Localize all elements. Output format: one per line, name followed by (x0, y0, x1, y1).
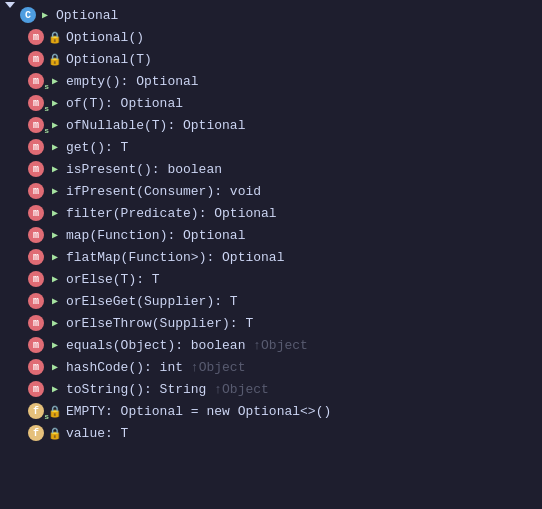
public-icon: ▶ (48, 184, 62, 198)
tree-item-orElse[interactable]: m▶orElse(T): T (0, 268, 542, 290)
icon-wrapper: m (28, 227, 46, 243)
item-label: orElse(T): T (66, 272, 160, 287)
icon-wrapper: ms (28, 95, 46, 111)
method-icon: m (28, 29, 44, 45)
tree-item-get[interactable]: m▶get(): T (0, 136, 542, 158)
icon-wrapper: ms (28, 117, 46, 133)
lock-icon: 🔒 (48, 426, 62, 440)
icon-wrapper: m (28, 183, 46, 199)
item-label: orElseGet(Supplier): T (66, 294, 238, 309)
method-icon: m (28, 161, 44, 177)
item-label: of(T): Optional (66, 96, 183, 111)
tree-item-EMPTY[interactable]: fs🔒EMPTY: Optional = new Optional<>() (0, 400, 542, 422)
method-icon: m (28, 359, 44, 375)
lock-icon: 🔒 (48, 52, 62, 66)
public-icon: ▶ (48, 272, 62, 286)
public-icon: ▶ (48, 360, 62, 374)
public-icon: ▶ (48, 338, 62, 352)
item-label: Optional (56, 8, 118, 23)
method-icon: m (28, 227, 44, 243)
public-icon: ▶ (48, 162, 62, 176)
item-label: filter(Predicate): Optional (66, 206, 277, 221)
method-icon: m (28, 117, 44, 133)
item-label: orElseThrow(Supplier): T (66, 316, 253, 331)
item-label: hashCode(): int ↑Object (66, 360, 245, 375)
icon-wrapper: m (28, 315, 46, 331)
icon-wrapper: m (28, 359, 46, 375)
item-label: flatMap(Function>): Optional (66, 250, 284, 265)
class-icon: C (20, 7, 36, 23)
public-icon: ▶ (48, 250, 62, 264)
icon-wrapper: m (28, 337, 46, 353)
tree-item-ctor1[interactable]: m🔒Optional() (0, 26, 542, 48)
tree-item-of[interactable]: ms▶of(T): Optional (0, 92, 542, 114)
static-badge: s (44, 127, 49, 135)
public-icon: ▶ (48, 74, 62, 88)
tree-item-equals[interactable]: m▶equals(Object): boolean ↑Object (0, 334, 542, 356)
method-icon: m (28, 271, 44, 287)
public-icon: ▶ (48, 316, 62, 330)
public-icon: ▶ (48, 228, 62, 242)
public-icon: ▶ (38, 8, 52, 22)
tree-container: C▶Optionalm🔒Optional()m🔒Optional(T)ms▶em… (0, 0, 542, 448)
method-icon: m (28, 249, 44, 265)
tree-item-value[interactable]: f🔒value: T (0, 422, 542, 444)
icon-wrapper: ms (28, 73, 46, 89)
tree-item-orElseGet[interactable]: m▶orElseGet(Supplier): T (0, 290, 542, 312)
tree-item-toString[interactable]: m▶toString(): String ↑Object (0, 378, 542, 400)
method-icon: m (28, 51, 44, 67)
tree-item-hashCode[interactable]: m▶hashCode(): int ↑Object (0, 356, 542, 378)
icon-wrapper: m (28, 381, 46, 397)
method-icon: m (28, 337, 44, 353)
icon-wrapper: m (28, 29, 46, 45)
static-badge: s (44, 413, 49, 421)
method-icon: m (28, 95, 44, 111)
lock-icon: 🔒 (48, 30, 62, 44)
lock-icon: 🔒 (48, 404, 62, 418)
item-label: empty(): Optional (66, 74, 199, 89)
tree-item-root[interactable]: C▶Optional (0, 4, 542, 26)
tree-item-isPresent[interactable]: m▶isPresent(): boolean (0, 158, 542, 180)
method-icon: m (28, 205, 44, 221)
tree-item-ofNullable[interactable]: ms▶ofNullable(T): Optional (0, 114, 542, 136)
field-icon: f (28, 425, 44, 441)
icon-wrapper: m (28, 249, 46, 265)
item-label: equals(Object): boolean ↑Object (66, 338, 308, 353)
icon-wrapper: m (28, 139, 46, 155)
public-icon: ▶ (48, 294, 62, 308)
item-label: Optional(T) (66, 52, 152, 67)
item-label: EMPTY: Optional = new Optional<>() (66, 404, 331, 419)
item-label: ifPresent(Consumer): void (66, 184, 261, 199)
tree-item-empty[interactable]: ms▶empty(): Optional (0, 70, 542, 92)
tree-item-filter[interactable]: m▶filter(Predicate): Optional (0, 202, 542, 224)
item-label: toString(): String ↑Object (66, 382, 269, 397)
item-label: Optional() (66, 30, 144, 45)
chevron-icon (2, 7, 18, 23)
tree-item-ctor2[interactable]: m🔒Optional(T) (0, 48, 542, 70)
field-icon: f (28, 403, 44, 419)
method-icon: m (28, 183, 44, 199)
icon-wrapper: fs (28, 403, 46, 419)
icon-wrapper: f (28, 425, 46, 441)
static-badge: s (44, 105, 49, 113)
tree-item-ifPresent[interactable]: m▶ifPresent(Consumer): void (0, 180, 542, 202)
icon-wrapper: m (28, 293, 46, 309)
tree-item-flatMap[interactable]: m▶flatMap(Function>): Optional (0, 246, 542, 268)
icon-wrapper: m (28, 51, 46, 67)
static-badge: s (44, 83, 49, 91)
item-label: ofNullable(T): Optional (66, 118, 245, 133)
public-icon: ▶ (48, 118, 62, 132)
public-icon: ▶ (48, 206, 62, 220)
method-icon: m (28, 293, 44, 309)
tree-item-map[interactable]: m▶map(Function): Optional (0, 224, 542, 246)
item-label: isPresent(): boolean (66, 162, 222, 177)
item-label: value: T (66, 426, 128, 441)
icon-wrapper: m (28, 161, 46, 177)
icon-wrapper: m (28, 205, 46, 221)
method-icon: m (28, 139, 44, 155)
method-icon: m (28, 73, 44, 89)
method-icon: m (28, 381, 44, 397)
tree-item-orElseThrow[interactable]: m▶orElseThrow(Supplier): T (0, 312, 542, 334)
method-icon: m (28, 315, 44, 331)
icon-wrapper: m (28, 271, 46, 287)
